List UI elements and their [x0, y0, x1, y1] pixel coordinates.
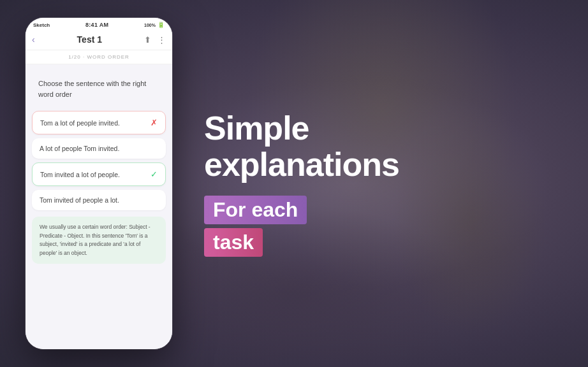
right-panel: Simple explanations For each task: [198, 110, 562, 257]
explanation-box: We usually use a certain word order: Sub…: [32, 217, 166, 264]
battery-area: 100% 🔋: [144, 22, 165, 28]
headline: Simple explanations: [204, 110, 562, 183]
answer-text-1: Tom a lot of people invited.: [40, 119, 120, 127]
back-button[interactable]: ‹: [32, 34, 35, 45]
answer-option-2[interactable]: A lot of people Tom invited.: [32, 138, 166, 159]
nav-bar: ‹ Test 1 ⬆ ⋮: [26, 31, 172, 50]
headline-line2: explanations: [204, 147, 562, 183]
more-icon[interactable]: ⋮: [158, 35, 166, 45]
tagline-container: For each task: [204, 196, 383, 257]
question-text: Choose the sentence with the right word …: [32, 72, 166, 107]
battery-text: 100%: [144, 23, 156, 27]
status-bar: Sketch 8:41 AM 100% 🔋: [26, 18, 172, 31]
nav-title: Test 1: [77, 34, 102, 45]
time-display: 8:41 AM: [85, 22, 108, 28]
correct-icon-3: ✓: [151, 169, 158, 179]
progress-label: 1/20 · WORD ORDER: [68, 54, 129, 60]
headline-line1: Simple: [204, 110, 562, 147]
answer-text-2: A lot of people Tom invited.: [40, 145, 119, 152]
wrong-icon-1: ✗: [151, 118, 158, 127]
answer-option-1[interactable]: Tom a lot of people invited. ✗: [32, 111, 166, 134]
answer-text-3: Tom invited a lot of people.: [40, 171, 120, 178]
carrier-text: Sketch: [33, 22, 50, 28]
explanation-text: We usually use a certain word order: Sub…: [40, 224, 151, 256]
nav-actions: ⬆ ⋮: [144, 35, 166, 45]
tagline-line1: For each: [204, 196, 307, 224]
answer-option-4[interactable]: Tom invited of people a lot.: [32, 190, 166, 210]
tagline-line2: task: [204, 228, 263, 257]
answer-option-3[interactable]: Tom invited a lot of people. ✓: [32, 162, 166, 186]
progress-bar: 1/20 · WORD ORDER: [26, 50, 172, 64]
battery-icon: 🔋: [158, 22, 165, 28]
phone-mockup: Sketch 8:41 AM 100% 🔋 ‹ Test 1 ⬆ ⋮ 1/20 …: [26, 18, 172, 349]
share-icon[interactable]: ⬆: [144, 35, 151, 45]
answer-text-4: Tom invited of people a lot.: [40, 196, 119, 204]
page-container: Sketch 8:41 AM 100% 🔋 ‹ Test 1 ⬆ ⋮ 1/20 …: [0, 0, 588, 367]
phone-content: Choose the sentence with the right word …: [26, 64, 172, 349]
